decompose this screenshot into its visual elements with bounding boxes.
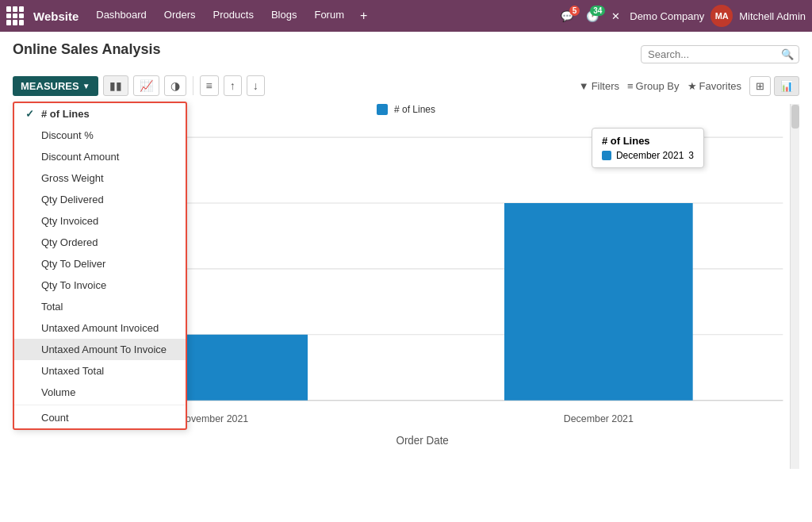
search-icon[interactable]: 🔍: [781, 48, 794, 60]
measure-item-qty-to-deliver[interactable]: Qty To Deliver: [14, 253, 186, 274]
measure-item-label: Count: [41, 412, 69, 424]
sort-asc-button[interactable]: ↑: [224, 75, 242, 96]
measure-item-label: Untaxed Total: [41, 365, 104, 377]
bar-december[interactable]: [504, 203, 693, 401]
measures-arrow-icon: ▼: [82, 82, 90, 90]
measure-item-discount-pct[interactable]: Discount %: [14, 125, 186, 146]
nav-orders[interactable]: Orders: [156, 6, 204, 26]
app-grid-icon[interactable]: [6, 6, 25, 25]
legend-label: # of Lines: [394, 104, 435, 115]
measure-item-untaxed-to-invoice[interactable]: Untaxed Amount To Invoice: [14, 339, 186, 360]
nav-links: Dashboard Orders Products Blogs Forum +: [88, 6, 554, 26]
search-input[interactable]: [648, 48, 781, 60]
chat-badge: 5: [569, 6, 580, 16]
measure-item-label: Discount Amount: [41, 151, 119, 163]
user-name[interactable]: Mitchell Admin: [739, 10, 806, 22]
page-content: Online Sales Analysis 🔍 MEASURES ▼ ✓ # o…: [0, 32, 812, 522]
measure-item-label: Qty Invoiced: [41, 215, 98, 227]
measure-item-qty-invoiced[interactable]: Qty Invoiced: [14, 210, 186, 232]
measure-item-label: # of Lines: [41, 108, 90, 120]
brand-name[interactable]: Website: [33, 10, 79, 23]
svg-text:Order Date: Order Date: [396, 434, 449, 447]
measure-item-discount-amount[interactable]: Discount Amount: [14, 146, 186, 167]
search-bar[interactable]: 🔍: [641, 45, 799, 63]
measures-dropdown-container: MEASURES ▼ ✓ # of Lines Discount % Disco…: [13, 76, 98, 96]
measure-item-total[interactable]: Total: [14, 296, 186, 317]
measure-item-untaxed-total[interactable]: Untaxed Total: [14, 360, 186, 382]
nav-plus-button[interactable]: +: [354, 6, 373, 26]
activity-icon-button[interactable]: 🕐 34: [583, 9, 602, 24]
activity-badge: 34: [590, 6, 605, 16]
nav-forum[interactable]: Forum: [306, 6, 352, 26]
svg-text:December 2021: December 2021: [564, 413, 634, 424]
filters-label: Filters: [592, 80, 619, 92]
measure-item-qty-delivered[interactable]: Qty Delivered: [14, 189, 186, 210]
measure-item-qty-to-invoice[interactable]: Qty To Invoice: [14, 274, 186, 296]
checkmark-icon: ✓: [25, 108, 36, 120]
measure-item-label: Discount %: [41, 129, 94, 141]
measure-item-qty-ordered[interactable]: Qty Ordered: [14, 232, 186, 253]
measure-item-label: Untaxed Amount Invoiced: [41, 322, 159, 334]
company-name[interactable]: Demo Company: [630, 10, 704, 22]
nav-blogs[interactable]: Blogs: [263, 6, 305, 26]
measure-item-label: Volume: [41, 386, 75, 398]
menu-separator: [14, 405, 186, 405]
measure-item-label: Untaxed Amount To Invoice: [41, 344, 167, 355]
page-title: Online Sales Analysis: [13, 41, 160, 58]
favorites-button[interactable]: ★ Favorites: [688, 80, 741, 92]
line-chart-button[interactable]: 📈: [133, 75, 159, 96]
bar-chart-button[interactable]: ▮▮: [103, 75, 128, 96]
groupby-icon: ≡: [627, 80, 634, 92]
measures-button[interactable]: MEASURES ▼: [13, 76, 98, 96]
measure-item-label: Qty To Deliver: [41, 258, 105, 270]
favorites-label: Favorites: [699, 80, 741, 92]
nav-products[interactable]: Products: [205, 6, 262, 26]
star-icon: ★: [688, 80, 697, 92]
groupby-button[interactable]: ≡ Group By: [627, 80, 680, 92]
measure-item-count[interactable]: Count: [14, 407, 186, 428]
measure-item-untaxed-invoiced[interactable]: Untaxed Amount Invoiced: [14, 317, 186, 339]
nav-right: 💬 5 🕐 34 ✕ Demo Company MA Mitchell Admi…: [557, 5, 806, 27]
filters-button[interactable]: ▼ Filters: [579, 80, 619, 92]
measure-item-label: Total: [41, 301, 63, 313]
avatar[interactable]: MA: [710, 5, 733, 27]
measures-label: MEASURES: [21, 80, 79, 92]
toolbar-separator: [193, 76, 193, 95]
svg-text:November 2021: November 2021: [178, 413, 248, 424]
chat-icon-button[interactable]: 💬 5: [557, 9, 576, 24]
scrollbar[interactable]: [790, 104, 799, 469]
stack-chart-button[interactable]: ≡: [200, 75, 219, 96]
view-toggle: ⊞ 📊: [749, 76, 799, 96]
toolbar: MEASURES ▼ ✓ # of Lines Discount % Disco…: [13, 75, 799, 96]
table-view-button[interactable]: ⊞: [749, 76, 771, 96]
filter-icon: ▼: [579, 80, 589, 92]
measure-item-label: Qty Delivered: [41, 194, 104, 205]
scrollbar-thumb[interactable]: [791, 105, 799, 129]
measure-item-lines[interactable]: ✓ # of Lines: [14, 103, 186, 125]
chart-view-button[interactable]: 📊: [774, 76, 799, 96]
groupby-label: Group By: [636, 80, 680, 92]
navbar: Website Dashboard Orders Products Blogs …: [0, 0, 812, 32]
nav-dashboard[interactable]: Dashboard: [88, 6, 155, 26]
measures-menu: ✓ # of Lines Discount % Discount Amount …: [13, 102, 187, 430]
measure-item-label: Qty Ordered: [41, 236, 98, 248]
measure-item-label: Gross Weight: [41, 172, 104, 184]
pie-chart-button[interactable]: ◑: [164, 75, 186, 96]
measure-item-gross-weight[interactable]: Gross Weight: [14, 167, 186, 189]
sort-desc-button[interactable]: ↓: [247, 75, 265, 96]
measure-item-volume[interactable]: Volume: [14, 382, 186, 403]
legend-color-swatch: [377, 104, 388, 115]
close-icon-button[interactable]: ✕: [608, 9, 623, 24]
measure-item-label: Qty To Invoice: [41, 279, 106, 291]
